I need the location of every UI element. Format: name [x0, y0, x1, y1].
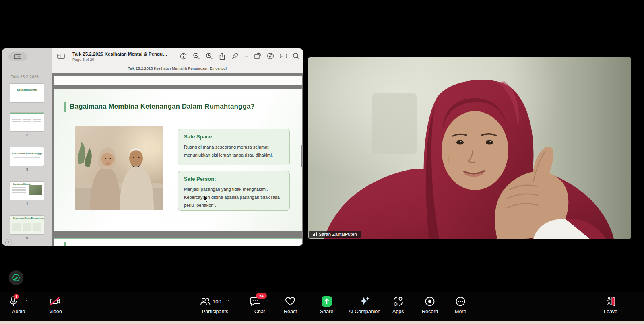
share-document-button[interactable] [219, 52, 226, 60]
thumbnail-page-4[interactable]: Landasan Sakinah 4 [10, 182, 44, 206]
thumbnail-title: Landasan Sakinah [12, 183, 31, 185]
couple-photo-illustration [75, 126, 163, 210]
video-button[interactable]: Video [49, 295, 62, 314]
thumbnail-title: Komponen Utama Rumahtangga [12, 217, 44, 219]
search-button[interactable] [293, 52, 300, 60]
pdf-thumbnail-sidebar: Talk 25.2.2026… Kesihatan Mental 1 [2, 48, 52, 246]
participant-name: Sarah ZainalPuteh [319, 232, 357, 237]
thumbnail-image [10, 113, 44, 131]
audio-level-icon [312, 232, 317, 236]
presenter-video [308, 57, 631, 239]
magnifier-minus-icon [193, 52, 200, 60]
thumbnail-number: 5 [10, 236, 44, 240]
safe-person-box: Safe Person: Menjadi pasangan yang tidak… [178, 171, 290, 211]
chat-label: Chat [254, 309, 265, 314]
next-page-top [54, 238, 302, 246]
page-indicator: Page 6 of 20 [72, 57, 167, 62]
mouse-cursor [203, 195, 209, 203]
pen-circle-icon [267, 52, 274, 60]
participants-label: Participants [202, 309, 228, 314]
video-label: Video [49, 309, 62, 314]
screen-person-icon [14, 54, 21, 59]
zoom-in-button[interactable] [206, 52, 213, 60]
highlighter-pen-icon [231, 52, 239, 60]
share-button[interactable]: Share [320, 295, 333, 314]
leave-door-icon [605, 296, 616, 307]
more-button[interactable]: More [455, 295, 466, 314]
info-icon [180, 53, 187, 60]
thumbnail-title: Kesihatan Mental [10, 89, 44, 91]
background-window-edge [0, 321, 644, 324]
toggle-sidebar-button[interactable] [57, 53, 65, 61]
thumbnail-page-2[interactable]: 2 [10, 113, 44, 137]
rotate-button[interactable] [254, 52, 261, 60]
more-label: More [455, 309, 466, 314]
thumbnail-card [23, 223, 31, 231]
document-scrollbar[interactable] [301, 145, 303, 167]
safe-person-body: Menjadi pasangan yang tidak menghakimi. … [184, 185, 284, 209]
audio-alert-badge: ! [14, 294, 19, 299]
thumbnail-accent-line [10, 113, 44, 114]
react-button[interactable]: React [284, 295, 297, 314]
search-icon [293, 52, 300, 60]
thumbnail-image: Komponen Utama Rumahtangga [10, 216, 44, 234]
thumbnail-card [12, 223, 21, 231]
apps-label: Apps [392, 309, 404, 314]
couple-photo [75, 126, 163, 210]
ai-companion-button[interactable]: AI Companion [349, 295, 380, 314]
fill-sign-button[interactable] [267, 52, 274, 60]
record-label: Record [422, 309, 438, 314]
presenter-overlay-button[interactable] [8, 52, 27, 61]
react-label: React [284, 309, 297, 314]
thumbnail-subtitle-line [14, 93, 40, 93]
markup-options-chevron[interactable]: ⌄ [244, 54, 248, 58]
meeting-window: Talk 25.2.2026… Kesihatan Mental 1 [0, 0, 644, 324]
pencil-icon [12, 274, 20, 281]
participants-count: 100 [213, 299, 221, 305]
participants-options-chevron[interactable]: ⌃ [227, 299, 230, 303]
thumbnail-image: Landasan Sakinah [10, 182, 44, 200]
rotate-icon [254, 52, 261, 60]
thumbnail-image: Kesihatan Mental [10, 84, 44, 102]
slide-title: Bagaimana Membina Ketenangan Dalam Rumah… [70, 103, 255, 111]
share-screen-icon [322, 296, 332, 307]
record-button[interactable]: Record [422, 295, 438, 314]
thumbnail-number: 4 [10, 202, 44, 206]
leave-button[interactable]: Leave [604, 295, 617, 314]
signature-button[interactable] [280, 52, 287, 60]
next-title-accent-bar [64, 242, 66, 246]
participant-name-tag: Sarah ZainalPuteh [309, 231, 361, 238]
previous-page-bottom [54, 76, 302, 85]
participants-icon [200, 297, 211, 306]
ai-companion-sparkle-icon [359, 296, 370, 307]
sidebar-document-label: Talk 25.2.2026… [2, 75, 52, 79]
info-button[interactable] [180, 52, 187, 60]
thumbnail-columns [12, 118, 41, 122]
chat-button[interactable]: 64 ⌃ Chat [250, 295, 270, 314]
apps-button[interactable]: Apps [392, 295, 404, 314]
zoom-out-button[interactable] [193, 52, 200, 60]
document-title: Talk 25.2.2026 Kesihatan Mental & Pengu… [72, 52, 167, 56]
thumbnail-subtitle-line [14, 157, 40, 158]
thumbnail-page-3[interactable]: Asas Dalam Rumahtangga 3 [10, 147, 44, 171]
audio-button[interactable]: ! ⌃ Audio [9, 295, 28, 314]
filename-bar: Talk 25.2.2026 Kesihatan Mental & Pengur… [52, 66, 303, 70]
thumbnail-number: 1 [10, 104, 44, 108]
audio-options-chevron[interactable]: ⌃ [25, 299, 28, 303]
participants-button[interactable]: 100 ⌃ Participants [200, 295, 230, 314]
markup-button[interactable] [231, 52, 239, 60]
current-slide-page: Bagaimana Membina Ketenangan Dalam Rumah… [54, 89, 302, 231]
add-page-button[interactable]: + [5, 239, 12, 246]
pdf-document-area[interactable]: Bagaimana Membina Ketenangan Dalam Rumah… [52, 73, 303, 246]
thumbnail-page-1[interactable]: Kesihatan Mental 1 [10, 84, 44, 108]
safe-space-heading: Safe Space: [184, 134, 284, 140]
video-camera-off-icon [50, 297, 62, 306]
sidebar-options-chevron[interactable]: ⌄ [68, 55, 72, 59]
annotate-button[interactable] [9, 270, 23, 285]
more-ellipsis-icon [455, 296, 466, 307]
participant-video-tile: Sarah ZainalPuteh [308, 57, 631, 239]
signature-box-icon [280, 53, 287, 59]
thumbnail-page-5[interactable]: Komponen Utama Rumahtangga 5 [10, 216, 44, 240]
chat-options-chevron[interactable]: ⌃ [266, 299, 270, 303]
thumbnail-card [33, 223, 41, 231]
